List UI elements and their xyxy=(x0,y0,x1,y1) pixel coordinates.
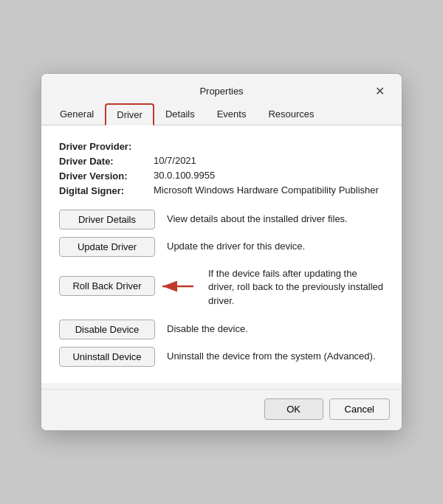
disable-device-button[interactable]: Disable Device xyxy=(59,320,155,339)
driver-details-button[interactable]: Driver Details xyxy=(59,210,155,229)
uninstall-device-desc: Uninstall the device from the system (Ad… xyxy=(167,347,376,363)
roll-back-driver-button[interactable]: Roll Back Driver xyxy=(59,276,155,296)
driver-info-grid: Driver Provider: Driver Date: 10/7/2021 … xyxy=(59,140,384,196)
disable-device-desc: Disable the device. xyxy=(167,320,248,336)
roll-back-driver-row: Roll Back Driver If the device fails aft… xyxy=(59,264,384,308)
update-driver-row: Update Driver Update the driver for this… xyxy=(59,237,384,257)
ok-button[interactable]: OK xyxy=(264,398,323,420)
cancel-button[interactable]: Cancel xyxy=(329,398,390,420)
tab-resources[interactable]: Resources xyxy=(257,103,325,125)
date-label: Driver Date: xyxy=(59,155,148,167)
properties-dialog: Properties ✕ General Driver Details Even… xyxy=(41,73,402,431)
version-label: Driver Version: xyxy=(59,170,148,182)
driver-details-desc: View details about the installed driver … xyxy=(167,210,348,226)
update-driver-button[interactable]: Update Driver xyxy=(59,237,155,257)
tab-details[interactable]: Details xyxy=(154,103,206,125)
tab-general[interactable]: General xyxy=(49,103,105,125)
dialog-title: Properties xyxy=(74,86,369,97)
roll-back-arrow-icon xyxy=(157,276,196,297)
tab-events[interactable]: Events xyxy=(206,103,258,125)
roll-back-driver-desc: If the device fails after updating the d… xyxy=(167,264,384,308)
uninstall-device-button[interactable]: Uninstall Device xyxy=(59,347,155,367)
signer-label: Digital Signer: xyxy=(59,184,148,196)
tab-content: Driver Provider: Driver Date: 10/7/2021 … xyxy=(41,125,402,383)
version-value: 30.0.100.9955 xyxy=(154,170,384,182)
signer-value: Microsoft Windows Hardware Compatibility… xyxy=(154,184,384,196)
title-bar: Properties ✕ xyxy=(41,74,402,100)
driver-details-row: Driver Details View details about the in… xyxy=(59,210,384,229)
provider-value xyxy=(154,140,384,152)
date-value: 10/7/2021 xyxy=(154,155,384,167)
roll-back-btn-container: Roll Back Driver xyxy=(59,276,155,296)
disable-device-row: Disable Device Disable the device. xyxy=(59,320,384,339)
tab-driver[interactable]: Driver xyxy=(105,103,154,125)
close-button[interactable]: ✕ xyxy=(369,80,390,101)
uninstall-device-row: Uninstall Device Uninstall the device fr… xyxy=(59,347,384,367)
dialog-footer: OK Cancel xyxy=(41,389,402,430)
provider-label: Driver Provider: xyxy=(59,140,148,152)
update-driver-desc: Update the driver for this device. xyxy=(167,237,305,253)
tabs-bar: General Driver Details Events Resources xyxy=(41,103,402,125)
